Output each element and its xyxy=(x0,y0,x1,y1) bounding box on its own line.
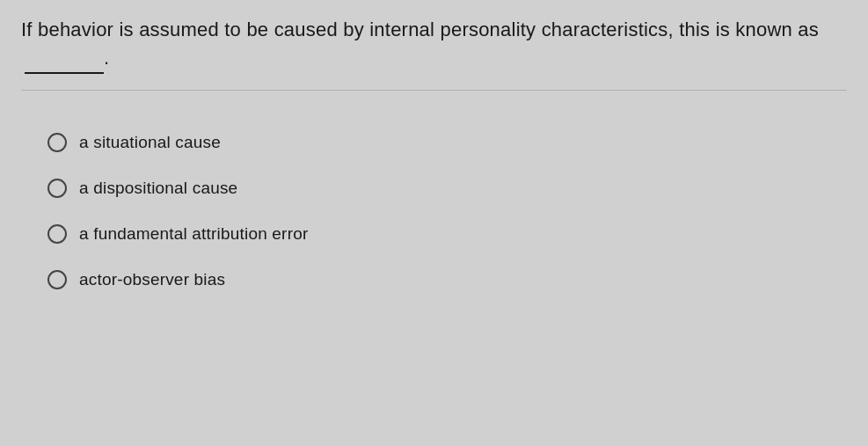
question-text: If behavior is assumed to be caused by i… xyxy=(21,16,847,91)
option-1-label: a situational cause xyxy=(79,133,221,152)
option-3-label: a fundamental attribution error xyxy=(79,224,308,244)
radio-option-4[interactable] xyxy=(47,270,67,289)
radio-option-3[interactable] xyxy=(47,224,67,244)
option-4[interactable]: actor-observer bias xyxy=(47,261,847,298)
option-2-label: a dispositional cause xyxy=(79,179,237,198)
option-1[interactable]: a situational cause xyxy=(47,124,847,161)
option-4-label: actor-observer bias xyxy=(79,270,225,289)
blank-line xyxy=(25,44,104,74)
question-body: If behavior is assumed to be caused by i… xyxy=(21,18,819,40)
radio-option-2[interactable] xyxy=(47,179,67,198)
options-list: a situational cause a dispositional caus… xyxy=(21,115,847,298)
option-2[interactable]: a dispositional cause xyxy=(47,170,847,207)
option-3[interactable]: a fundamental attribution error xyxy=(47,216,847,252)
radio-option-1[interactable] xyxy=(47,133,67,152)
question-period: . xyxy=(104,47,109,69)
